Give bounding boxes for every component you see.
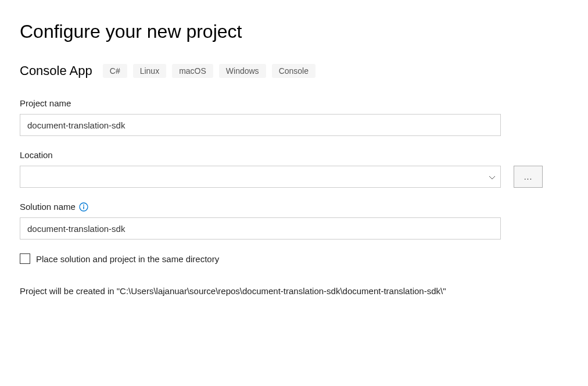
tag-windows: Windows [219, 64, 266, 78]
project-path-preview: Project will be created in "C:\Users\laj… [20, 285, 501, 298]
location-input[interactable] [20, 166, 501, 188]
solution-name-label: Solution name [20, 202, 76, 212]
page-title: Configure your new project [20, 21, 568, 42]
same-directory-label: Place solution and project in the same d… [36, 254, 219, 264]
tag-console: Console [272, 64, 315, 78]
same-directory-row: Place solution and project in the same d… [20, 253, 568, 264]
location-group: Location ... [20, 150, 568, 188]
tag-linux: Linux [133, 64, 166, 78]
template-tags: C# Linux macOS Windows Console [103, 64, 315, 78]
tag-csharp: C# [103, 64, 127, 78]
svg-rect-2 [83, 206, 84, 209]
project-name-label: Project name [20, 98, 568, 108]
project-name-group: Project name [20, 98, 568, 136]
template-name: Console App [20, 63, 92, 78]
svg-point-1 [83, 204, 84, 205]
same-directory-checkbox[interactable] [20, 253, 30, 264]
template-row: Console App C# Linux macOS Windows Conso… [20, 63, 568, 78]
project-name-input[interactable] [20, 114, 501, 136]
solution-name-group: Solution name [20, 202, 568, 240]
tag-macos: macOS [172, 64, 213, 78]
info-icon[interactable] [79, 202, 88, 212]
location-label: Location [20, 150, 568, 160]
solution-name-input[interactable] [20, 217, 501, 240]
browse-button[interactable]: ... [514, 166, 543, 188]
location-combo[interactable] [20, 166, 501, 188]
